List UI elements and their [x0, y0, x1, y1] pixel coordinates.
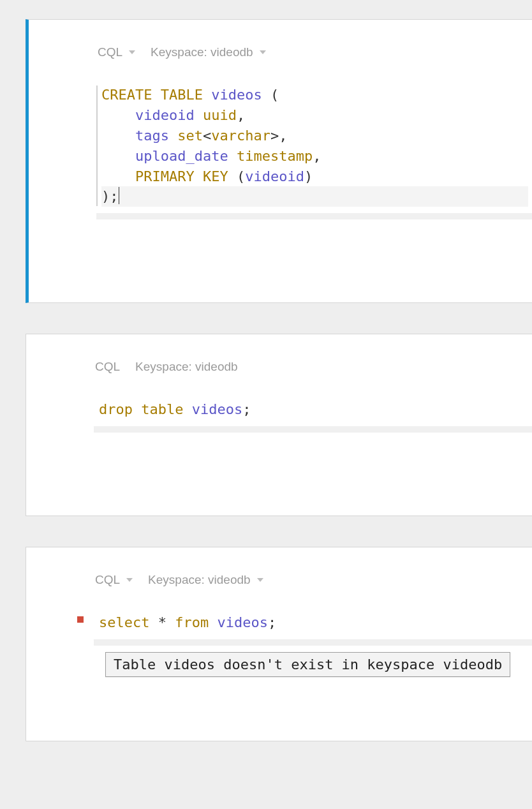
- horizontal-scrollbar[interactable]: [94, 639, 532, 646]
- code-editor[interactable]: drop table videos;: [94, 398, 532, 421]
- code-content[interactable]: select * from videos;: [94, 611, 532, 634]
- cell-toolbar: CQL Keyspace: videodb: [64, 360, 532, 374]
- keyspace-label: Keyspace: videodb: [135, 360, 238, 374]
- language-label: CQL: [95, 360, 120, 374]
- keyspace-selector[interactable]: Keyspace: videodb: [148, 573, 263, 587]
- horizontal-scrollbar[interactable]: [96, 213, 532, 219]
- keyspace-selector[interactable]: Keyspace: videodb: [151, 45, 266, 59]
- error-icon[interactable]: [77, 616, 84, 623]
- chevron-down-icon: [126, 578, 133, 582]
- chevron-down-icon: [257, 578, 263, 582]
- language-selector[interactable]: CQL: [98, 45, 135, 59]
- keyspace-label: Keyspace: videodb: [148, 573, 251, 587]
- notebook-cell[interactable]: CQL Keyspace: videodb drop table videos;: [26, 334, 532, 516]
- notebook-cell[interactable]: CQL Keyspace: videodb CREATE TABLE video…: [26, 19, 532, 303]
- cell-output-area: [64, 433, 532, 509]
- chevron-down-icon: [260, 50, 266, 54]
- code-gutter: [96, 85, 98, 206]
- cell-toolbar: CQL Keyspace: videodb: [64, 573, 532, 587]
- chevron-down-icon: [129, 50, 135, 54]
- code-content[interactable]: drop table videos;: [94, 398, 532, 421]
- language-selector[interactable]: CQL: [95, 573, 133, 587]
- notebook-cell[interactable]: CQL Keyspace: videodb select * from vide…: [26, 547, 532, 741]
- keyspace-label: Keyspace: videodb: [151, 45, 253, 59]
- code-editor[interactable]: CREATE TABLE videos ( videoid uuid, tags…: [96, 84, 532, 208]
- cell-toolbar: CQL Keyspace: videodb: [67, 45, 532, 59]
- code-editor[interactable]: select * from videos;: [94, 611, 532, 634]
- code-content[interactable]: CREATE TABLE videos ( videoid uuid, tags…: [96, 84, 532, 208]
- cell-output-area: [64, 677, 532, 734]
- language-label: CQL: [98, 45, 122, 59]
- horizontal-scrollbar[interactable]: [94, 426, 532, 433]
- error-tooltip: Table videos doesn't exist in keyspace v…: [105, 652, 510, 677]
- language-label: CQL: [95, 573, 120, 587]
- cell-output-area: [67, 219, 532, 296]
